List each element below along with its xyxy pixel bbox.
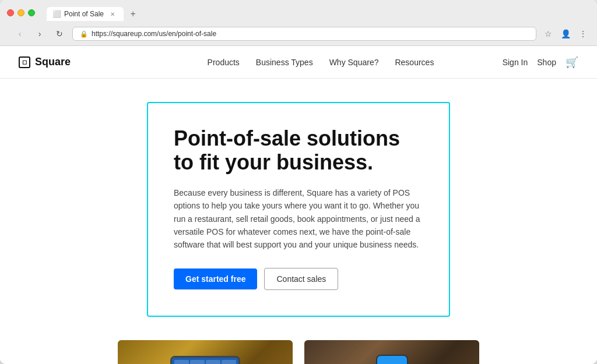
logo-icon: ◻ [19,56,30,68]
phone-scene [304,340,479,364]
nav-links: Products Business Types Why Square? Reso… [208,57,434,68]
tablet-item [206,360,220,364]
tablet-device [170,356,240,364]
tablet-screen [172,358,238,364]
get-started-button[interactable]: Get started free [174,268,257,289]
nav-products[interactable]: Products [208,58,240,67]
nav-business-types[interactable]: Business Types [256,58,313,67]
phone-device [376,355,408,364]
address-bar[interactable]: 🔒 https://squareup.com/us/en/point-of-sa… [72,27,536,41]
traffic-lights [7,9,35,16]
hero-section: Point-of-sale solutions to fit your busi… [0,79,597,334]
tablet-item [174,360,189,364]
tab-favicon: ⬜ [52,10,61,18]
minimize-button[interactable] [17,9,24,16]
tablet-scene [118,340,293,364]
active-tab[interactable]: ⬜ Point of Sale ✕ [47,7,124,21]
back-button[interactable]: ‹ [12,28,28,40]
profile-button[interactable]: 👤 [559,27,573,41]
hero-card: Point-of-sale solutions to fit your busi… [147,102,450,317]
tab-close-button[interactable]: ✕ [108,10,117,18]
reload-button[interactable]: ↻ [51,28,68,40]
hero-buttons: Get started free Contact sales [174,268,423,290]
address-bar-row: ‹ › ↻ 🔒 https://squareup.com/us/en/point… [0,24,597,45]
hero-description: Because every business is different, Squ… [174,186,423,252]
browser-actions: ☆ 👤 ⋮ [541,27,590,41]
left-image-card [118,340,293,364]
signin-link[interactable]: Sign In [503,58,528,67]
nav-why-square[interactable]: Why Square? [329,58,379,67]
right-image-card [304,340,479,364]
browser-chrome: ⬜ Point of Sale ✕ + ‹ › ↻ 🔒 https://squa… [0,0,597,46]
maximize-button[interactable] [28,9,35,16]
browser-nav: ‹ › ↻ [12,28,68,40]
bookmark-button[interactable]: ☆ [541,27,555,41]
new-tab-button[interactable]: + [126,7,140,21]
titlebar: ⬜ Point of Sale ✕ + [0,0,597,24]
phone-screen [377,356,407,364]
website-content: ◻ Square Products Business Types Why Squ… [0,46,597,364]
nav-actions: Sign In Shop 🛒 [503,56,578,69]
logo-text: Square [35,56,71,68]
shop-link[interactable]: Shop [537,58,556,67]
tablet-item [190,360,205,364]
forward-button[interactable]: › [31,28,48,40]
cart-icon[interactable]: 🛒 [566,56,578,69]
site-nav: ◻ Square Products Business Types Why Squ… [0,46,597,79]
menu-button[interactable]: ⋮ [576,27,590,41]
tab-title: Point of Sale [64,10,104,18]
close-button[interactable] [7,9,14,16]
tablet-item [222,360,236,364]
nav-resources[interactable]: Resources [395,58,434,67]
browser-window: ⬜ Point of Sale ✕ + ‹ › ↻ 🔒 https://squa… [0,0,597,364]
images-section [0,334,597,364]
contact-sales-button[interactable]: Contact sales [264,268,338,290]
hero-title: Point-of-sale solutions to fit your busi… [174,126,423,175]
lock-icon: 🔒 [80,30,88,38]
site-logo[interactable]: ◻ Square [19,56,71,68]
tab-bar: ⬜ Point of Sale ✕ + [40,5,147,21]
url-text: https://squareup.com/us/en/point-of-sale [92,30,216,38]
